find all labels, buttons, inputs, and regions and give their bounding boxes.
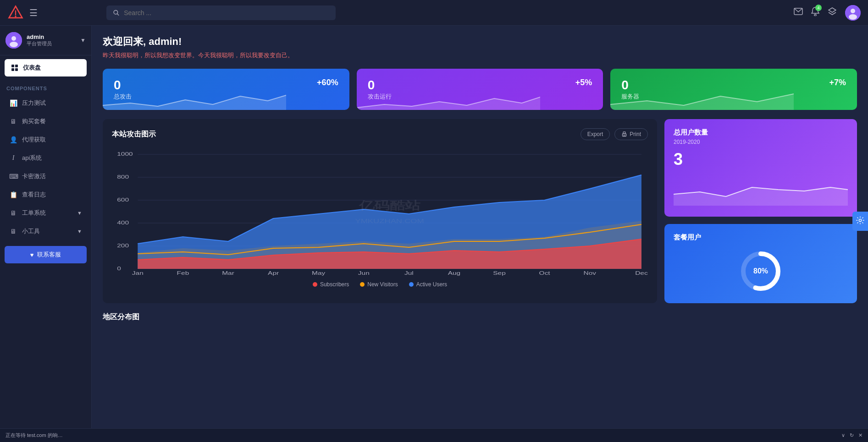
svg-rect-22 <box>623 131 625 133</box>
user-avatar <box>6 32 22 49</box>
total-users-value: 3 <box>674 150 848 169</box>
api-label: api系统 <box>22 154 42 162</box>
svg-point-6 <box>814 14 816 16</box>
svg-text:800: 800 <box>117 174 129 180</box>
legend-active-users: Active Users <box>409 281 447 288</box>
export-button[interactable]: Export <box>581 128 610 140</box>
donut-container: 80% <box>738 248 784 294</box>
stat-card-running-attacks: 0 +5% 攻击运行 <box>357 69 603 110</box>
sidebar-item-api[interactable]: I api系统 <box>3 149 88 167</box>
welcome-title: 欢迎回来, admin! <box>103 35 857 49</box>
tools-icon: 🖥 <box>9 228 17 235</box>
menu-icon[interactable]: ☰ <box>29 7 38 18</box>
svg-marker-51 <box>674 187 848 206</box>
legend-subscribers: Subscribers <box>313 281 349 288</box>
activate-icon: ⌨ <box>9 173 17 180</box>
tools-label: 小工具 <box>22 227 40 235</box>
search-icon <box>113 9 119 16</box>
activate-label: 卡密激活 <box>22 172 46 180</box>
svg-point-9 <box>851 9 855 13</box>
print-icon <box>621 131 627 137</box>
top-header: ☰ 4 <box>0 0 868 26</box>
total-users-title: 总用户数量 <box>674 128 848 137</box>
header-right: 4 <box>794 5 861 21</box>
pressure-label: 压力测试 <box>22 99 46 107</box>
subscribers-dot <box>313 282 317 287</box>
svg-text:Apr: Apr <box>268 270 279 276</box>
email-icon-btn[interactable] <box>794 8 803 17</box>
sidebar-item-dashboard[interactable]: 仪表盘 <box>5 59 87 76</box>
svg-text:200: 200 <box>117 243 129 248</box>
bottom-close-icon[interactable]: ✕ <box>858 432 862 438</box>
print-button[interactable]: Print <box>614 128 648 140</box>
search-input[interactable] <box>124 9 329 16</box>
svg-point-10 <box>849 14 857 20</box>
total-users-period: 2019-2020 <box>674 139 848 145</box>
user-info[interactable]: admin 平台管理员 ▼ <box>0 26 91 55</box>
notification-icon-btn[interactable]: 4 <box>811 7 819 18</box>
logo-icon <box>7 5 24 21</box>
svg-text:Aug: Aug <box>448 270 461 276</box>
proxy-label: 代理获取 <box>22 136 46 144</box>
stat-card-total-attacks: 0 +60% 总攻击 <box>103 69 349 110</box>
sidebar-item-tools[interactable]: 🖥 小工具 ▼ <box>3 223 88 240</box>
sidebar-item-activate[interactable]: ⌨ 卡密激活 <box>3 168 88 185</box>
chart-area: 1000 800 600 400 200 0 <box>112 147 648 276</box>
contact-btn[interactable]: ♥ 联系客服 <box>5 246 87 263</box>
svg-rect-14 <box>11 65 14 67</box>
svg-marker-7 <box>829 8 836 12</box>
svg-text:Jul: Jul <box>404 270 414 276</box>
layers-icon-btn[interactable] <box>828 7 837 18</box>
user-text: admin 平台管理员 <box>27 33 76 47</box>
legend-new-visitors: New Visitors <box>360 281 398 288</box>
svg-point-12 <box>11 36 16 41</box>
api-icon: I <box>9 154 17 162</box>
donut-label: 80% <box>753 267 768 275</box>
user-name: admin <box>27 33 76 40</box>
bottom-refresh-icon[interactable]: ↻ <box>850 432 854 438</box>
sidebar-item-proxy[interactable]: 👤 代理获取 <box>3 131 88 148</box>
active-users-dot <box>409 282 414 287</box>
svg-text:Jun: Jun <box>358 270 370 276</box>
chart-actions: Export Print <box>581 128 648 140</box>
sidebar-item-tickets[interactable]: 🖥 工单系统 ▼ <box>3 204 88 222</box>
dashboard-label: 仪表盘 <box>23 64 41 72</box>
svg-text:1000: 1000 <box>117 151 133 157</box>
bottom-status-text: 正在等待 test.com 的响… <box>6 432 834 439</box>
tickets-label: 工单系统 <box>22 209 46 217</box>
svg-point-13 <box>10 42 18 47</box>
sidebar-item-packages[interactable]: 🖥 购买套餐 <box>3 113 88 130</box>
sidebar: admin 平台管理员 ▼ 仪表盘 COMPONENTS 📊 压力测试 🖥 购买… <box>0 26 92 428</box>
user-role: 平台管理员 <box>27 40 76 47</box>
svg-text:Sep: Sep <box>493 270 506 276</box>
package-title: 套餐用户 <box>674 233 701 242</box>
svg-text:Jan: Jan <box>132 270 144 276</box>
package-card: 套餐用户 80% <box>664 224 857 303</box>
svg-point-2 <box>15 16 17 17</box>
svg-text:600: 600 <box>117 197 129 202</box>
stat-sparkline-2 <box>610 87 794 110</box>
sidebar-item-logs[interactable]: 📋 查看日志 <box>3 186 88 203</box>
search-bar <box>106 5 336 20</box>
sidebar-item-pressure[interactable]: 📊 压力测试 <box>3 94 88 112</box>
svg-text:Dec: Dec <box>635 270 648 276</box>
print-label: Print <box>630 131 641 137</box>
settings-tab[interactable] <box>852 212 868 231</box>
content-area: 欢迎回来, admin! 昨天我很聪明，所以我想改变世界。今天我很聪明，所以我要… <box>92 26 868 428</box>
svg-line-4 <box>117 14 119 15</box>
svg-rect-17 <box>15 68 18 71</box>
bottom-icons: ∨ ↻ ✕ <box>841 432 862 438</box>
bottom-chevron-icon[interactable]: ∨ <box>841 432 845 438</box>
avatar[interactable] <box>845 5 861 21</box>
settings-icon <box>856 216 864 224</box>
svg-rect-15 <box>15 65 18 67</box>
chart-legend: Subscribers New Visitors Active Users <box>112 281 648 288</box>
components-label: COMPONENTS <box>0 80 91 94</box>
stat-percent-1: +5% <box>575 78 592 87</box>
charts-row: 本站攻击图示 Export Print <box>103 119 857 303</box>
packages-icon: 🖥 <box>9 118 17 125</box>
chart-header: 本站攻击图示 Export Print <box>112 128 648 140</box>
proxy-icon: 👤 <box>9 136 17 143</box>
notification-badge: 4 <box>815 5 822 11</box>
svg-text:0: 0 <box>117 266 121 271</box>
